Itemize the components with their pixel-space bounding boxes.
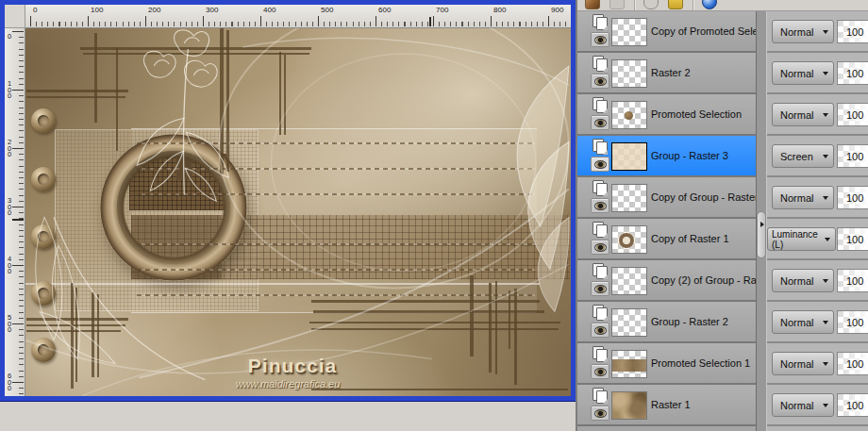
h-ruler-label: 0 xyxy=(33,6,37,14)
blend-mode-label: Normal xyxy=(780,317,813,328)
layer-thumbnail-preview xyxy=(612,392,646,419)
visibility-toggle[interactable] xyxy=(591,32,609,47)
toolbar-icon-disabled-tool[interactable] xyxy=(609,0,625,9)
opacity-value[interactable]: 100 xyxy=(837,144,868,168)
layer-name[interactable]: Copy of Group - Raster 2 xyxy=(651,177,767,217)
layer-thumbnail[interactable] xyxy=(611,59,647,88)
layer-name-zone[interactable]: Copy of Promoted Selection xyxy=(577,11,756,53)
toolbar-icon-key[interactable] xyxy=(668,0,683,9)
layer-name[interactable]: Promoted Selection xyxy=(651,94,742,134)
visibility-toggle[interactable] xyxy=(591,115,609,130)
eye-icon xyxy=(594,119,607,127)
layer-row[interactable]: Group - Raster 3 Screen 100 xyxy=(577,136,868,177)
layer-thumbnail[interactable] xyxy=(611,101,647,129)
layer-name-zone[interactable]: Promoted Selection xyxy=(577,94,756,136)
layer-name[interactable]: Raster 2 xyxy=(651,53,691,92)
opacity-value[interactable]: 100 xyxy=(837,310,868,334)
opacity-value[interactable]: 100 xyxy=(837,269,868,292)
layer-row[interactable]: Copy of Raster 1 Luminance (L) 100 xyxy=(577,219,868,260)
ruler-position-marker-h xyxy=(429,17,431,26)
document-window[interactable]: 0100200300400500600700800900 01 0 02 0 0… xyxy=(0,0,576,401)
blend-mode-select[interactable]: Normal xyxy=(772,352,834,375)
layer-name[interactable]: Copy of Raster 1 xyxy=(651,219,729,258)
layer-row[interactable]: Copy of Group - Raster 2 Normal 100 xyxy=(577,177,868,219)
visibility-toggle[interactable] xyxy=(591,74,609,89)
splitter-handle[interactable] xyxy=(757,211,766,258)
opacity-value[interactable]: 100 xyxy=(837,103,868,126)
layer-thumbnail[interactable] xyxy=(611,391,647,420)
blend-mode-select[interactable]: Normal xyxy=(772,393,834,417)
visibility-toggle[interactable] xyxy=(591,406,609,421)
layer-row[interactable]: Copy (2) of Group - Raster 2 Normal 100 xyxy=(577,260,868,302)
plaid-line xyxy=(311,300,540,303)
stitch-line xyxy=(137,243,535,245)
layer-row[interactable]: Raster 1 Normal 100 xyxy=(577,385,868,426)
grommet xyxy=(31,224,56,249)
layer-row[interactable]: Group - Raster 2 Normal 100 xyxy=(577,302,868,343)
layer-name[interactable]: Raster 1 xyxy=(651,385,691,424)
layer-blend-zone: Luminance (L) 100 xyxy=(767,219,868,260)
opacity-number: 100 xyxy=(846,275,863,287)
visibility-toggle[interactable] xyxy=(591,281,609,296)
visibility-toggle[interactable] xyxy=(591,240,609,255)
layer-name-zone[interactable]: Raster 1 xyxy=(577,385,756,426)
visibility-toggle[interactable] xyxy=(591,364,609,379)
panel-splitter[interactable] xyxy=(756,11,767,431)
layer-thumbnail[interactable] xyxy=(611,18,647,46)
layer-name[interactable]: Group - Raster 3 xyxy=(651,136,728,175)
blend-mode-select[interactable]: Normal xyxy=(772,61,834,85)
canvas-image[interactable]: Pinuccia www.maidiregrafica.eu xyxy=(25,28,571,396)
opacity-value[interactable]: 100 xyxy=(837,352,868,375)
plaid-line xyxy=(220,28,224,174)
layer-thumbnail[interactable] xyxy=(611,142,647,171)
highlight-line xyxy=(25,283,540,285)
layer-thumbnail[interactable] xyxy=(611,308,647,337)
blend-mode-select[interactable]: Normal xyxy=(772,269,834,292)
blend-mode-select[interactable]: Luminance (L) xyxy=(767,227,836,251)
layer-thumbnail[interactable] xyxy=(611,225,647,254)
layer-blend-zone: Normal 100 xyxy=(767,302,868,343)
layer-name-zone[interactable]: Copy (2) of Group - Raster 2 xyxy=(577,260,756,302)
layer-name-zone[interactable]: Copy of Group - Raster 2 xyxy=(577,177,756,219)
opacity-value[interactable]: 100 xyxy=(837,186,868,209)
layer-name-zone[interactable]: Copy of Raster 1 xyxy=(577,219,756,260)
page-front-icon xyxy=(596,390,608,404)
layer-thumbnail-preview xyxy=(612,185,646,211)
layer-thumbnail[interactable] xyxy=(611,350,647,378)
toolbar-icon-image[interactable] xyxy=(585,0,600,9)
layer-thumbnail[interactable] xyxy=(611,184,647,212)
eye-icon xyxy=(594,409,607,418)
h-ruler: 0100200300400500600700800900 xyxy=(25,5,571,28)
layer-name-zone[interactable]: Raster 2 xyxy=(577,53,756,94)
layer-row[interactable]: Copy of Promoted Selection Normal 100 xyxy=(577,11,868,53)
opacity-value[interactable]: 100 xyxy=(837,227,868,251)
layer-row[interactable]: Promoted Selection 1 Normal 100 xyxy=(577,343,868,385)
visibility-toggle[interactable] xyxy=(591,323,609,338)
page-front-icon xyxy=(596,17,608,30)
layer-name[interactable]: Group - Raster 2 xyxy=(651,302,728,341)
toolbar-icon-sphere[interactable] xyxy=(702,0,717,9)
chevron-down-icon xyxy=(823,72,828,75)
opacity-value[interactable]: 100 xyxy=(837,61,868,85)
layer-name-zone[interactable]: Group - Raster 3 xyxy=(577,136,756,177)
layer-thumbnail[interactable] xyxy=(611,267,647,295)
blend-mode-select[interactable]: Normal xyxy=(772,103,834,126)
blend-mode-select[interactable]: Screen xyxy=(772,144,834,168)
blend-mode-select[interactable]: Normal xyxy=(772,310,834,334)
visibility-toggle[interactable] xyxy=(591,157,609,172)
blend-mode-select[interactable]: Normal xyxy=(772,20,834,43)
layer-name[interactable]: Promoted Selection 1 xyxy=(651,343,750,383)
visibility-toggle[interactable] xyxy=(591,198,609,213)
layer-row[interactable]: Raster 2 Normal 100 xyxy=(577,53,868,94)
blend-mode-label: Normal xyxy=(780,192,813,204)
opacity-value[interactable]: 100 xyxy=(837,20,868,43)
website-url: www.maidiregrafica.eu xyxy=(175,378,401,390)
opacity-value[interactable]: 100 xyxy=(837,393,868,417)
blend-mode-select[interactable]: Normal xyxy=(772,186,834,209)
layer-name-zone[interactable]: Promoted Selection 1 xyxy=(577,343,756,385)
h-ruler-label: 500 xyxy=(321,6,333,14)
toolbar-icon-paperclip[interactable] xyxy=(643,0,659,9)
layer-name-zone[interactable]: Group - Raster 2 xyxy=(577,302,756,343)
blend-mode-label: Normal xyxy=(780,68,813,79)
layer-row[interactable]: Promoted Selection Normal 100 xyxy=(577,94,868,136)
